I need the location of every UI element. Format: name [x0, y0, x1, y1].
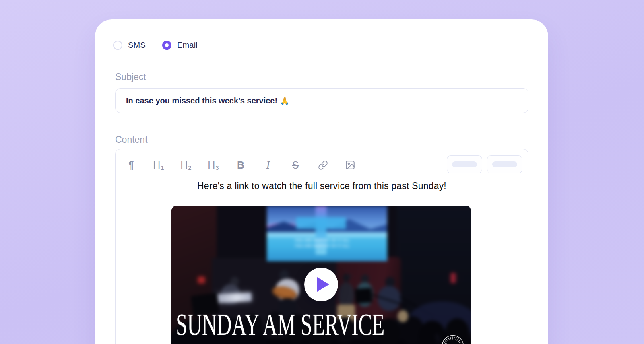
projection-screen: YOU ARE WORTHY OF IT ALL YOU ARE WORTHY … [267, 206, 387, 261]
photo-shape [355, 288, 372, 304]
email-radio-label: Email [177, 41, 198, 50]
photo-shape [343, 274, 350, 282]
image-button[interactable] [345, 157, 356, 173]
subject-input[interactable] [115, 88, 528, 113]
content-editor: ¶ H1 H2 H3 B I S [115, 149, 528, 344]
heading-1-button[interactable]: H1 [153, 157, 164, 173]
paragraph-button[interactable]: ¶ [126, 157, 137, 173]
link-icon [318, 160, 328, 170]
email-radio-option[interactable]: Email [162, 41, 198, 50]
placeholder-button-1[interactable] [447, 155, 482, 173]
subject-label: Subject [115, 72, 146, 82]
strikethrough-button[interactable]: S [290, 157, 301, 173]
exit-sign-icon [198, 277, 205, 283]
placeholder-pill [492, 161, 517, 167]
exit-sign-icon [451, 273, 456, 283]
placeholder-pill [452, 161, 477, 167]
bold-button[interactable]: B [235, 157, 246, 173]
italic-button[interactable]: I [262, 157, 274, 173]
heading-2-button[interactable]: H2 [180, 157, 192, 173]
screen-lyrics-line-2: YOU ARE WORTHY OF IT ALL [295, 244, 350, 248]
video-title: SUNDAY AM SERVICE [176, 309, 384, 340]
play-icon [317, 277, 329, 292]
placeholder-button-2[interactable] [487, 155, 522, 173]
page-background: SMS Email Subject Content ¶ H1 H2 H3 B I… [0, 0, 644, 344]
video-thumbnail[interactable]: YOU ARE WORTHY OF IT ALL YOU ARE WORTHY … [171, 206, 471, 344]
radio-unselected-icon [113, 41, 122, 50]
heading-3-button[interactable]: H3 [208, 157, 219, 173]
screen-lyrics-line-1: YOU ARE WORTHY OF IT ALL [295, 238, 350, 242]
sms-radio-option[interactable]: SMS [113, 41, 146, 50]
toolbar-placeholder-group [447, 155, 522, 173]
image-icon [345, 160, 355, 170]
content-label: Content [115, 134, 148, 145]
church-logo-icon [441, 334, 464, 344]
compose-card: SMS Email Subject Content ¶ H1 H2 H3 B I… [95, 19, 548, 344]
play-button[interactable] [304, 268, 338, 301]
sms-radio-label: SMS [128, 41, 146, 50]
link-button[interactable] [317, 157, 328, 173]
photo-shape [398, 310, 408, 322]
editor-toolbar: ¶ H1 H2 H3 B I S [126, 157, 356, 173]
editor-body-text: Here's a link to watch the full service … [116, 181, 528, 192]
photo-shape [338, 283, 354, 308]
channel-toggle: SMS Email [113, 41, 198, 50]
radio-selected-icon [162, 41, 171, 50]
photo-shape [361, 274, 369, 283]
